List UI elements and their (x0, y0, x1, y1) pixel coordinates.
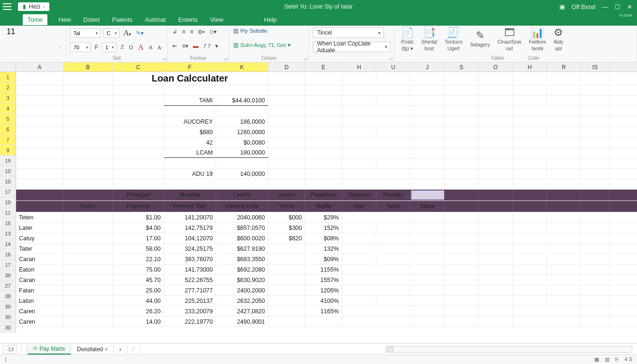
cell[interactable]: $680 (164, 127, 216, 137)
cell[interactable] (342, 148, 376, 158)
col-header-U[interactable]: U (376, 63, 410, 72)
cell[interactable] (547, 223, 581, 233)
col-header-D[interactable]: D (268, 63, 305, 72)
cell[interactable] (513, 127, 547, 137)
cell[interactable] (376, 212, 410, 222)
cell[interactable] (164, 106, 216, 116)
cell[interactable]: 277,71077 (164, 285, 216, 295)
cell[interactable] (376, 169, 410, 179)
cell[interactable] (268, 85, 305, 95)
cell[interactable] (445, 96, 479, 106)
table-header[interactable]: Prortley (376, 190, 410, 200)
table-header[interactable] (581, 201, 610, 212)
ribbon-btn-torducn[interactable]: 🧾TorducnUgert (442, 27, 465, 51)
cell[interactable] (113, 169, 164, 179)
cell[interactable] (64, 233, 113, 243)
cell[interactable] (64, 96, 113, 106)
cell[interactable] (64, 179, 113, 189)
cell[interactable] (445, 169, 479, 179)
cell[interactable] (376, 233, 410, 243)
cell[interactable]: $683.3550 (216, 254, 268, 264)
cell[interactable]: Eaton (16, 264, 64, 274)
table-header[interactable]: Sipt (342, 201, 376, 212)
merge-icon[interactable]: ⧉▾ (197, 27, 206, 36)
row-header[interactable]: 17 (0, 187, 16, 197)
cell[interactable] (64, 296, 113, 306)
f-label[interactable]: F (94, 43, 99, 52)
align-center-icon[interactable]: ≡ (189, 27, 194, 36)
tab-hew[interactable]: Hew (58, 14, 72, 25)
cell[interactable] (305, 169, 342, 179)
cell[interactable] (410, 96, 445, 106)
table-header[interactable] (410, 190, 445, 200)
row-header[interactable]: 39 (0, 312, 16, 322)
tab-autimat[interactable]: Autimat (144, 14, 167, 25)
cell[interactable] (64, 169, 113, 179)
cell[interactable] (513, 264, 547, 274)
cell[interactable] (479, 148, 513, 158)
dialog-launcher-icon[interactable]: ◿ (389, 56, 392, 61)
cell[interactable] (216, 158, 268, 168)
cell[interactable] (268, 117, 305, 127)
cell[interactable] (376, 148, 410, 158)
cell[interactable] (445, 179, 479, 189)
table-header[interactable]: Leams (268, 190, 305, 200)
table-header[interactable]: Terms (268, 201, 305, 212)
cell[interactable]: TAMI (164, 96, 216, 106)
row-header[interactable]: 10 (0, 166, 16, 176)
cell[interactable] (376, 264, 410, 274)
tincel-combo[interactable]: Tincel (313, 27, 384, 38)
cell[interactable] (64, 127, 113, 137)
col-header-B[interactable]: B (64, 63, 113, 72)
cell[interactable] (16, 106, 64, 116)
cell[interactable] (513, 285, 547, 295)
row-header[interactable]: 30 (0, 322, 16, 333)
ribbon-btn-posts[interactable]: 📄Posts(fg) ▾ (398, 27, 417, 51)
cell[interactable] (547, 85, 581, 95)
cell[interactable] (479, 233, 513, 243)
cell[interactable] (64, 212, 113, 222)
cell[interactable] (479, 158, 513, 168)
cell[interactable] (64, 223, 113, 233)
cell[interactable] (445, 317, 479, 327)
table-header[interactable]: Nonis (64, 201, 113, 212)
cell[interactable]: 1165% (305, 306, 342, 316)
cell[interactable] (547, 275, 581, 285)
cell[interactable] (16, 96, 64, 106)
indent-dec-icon[interactable]: ⇤ (172, 42, 178, 50)
cell[interactable] (479, 212, 513, 222)
ribbon-btn-cinactsow[interactable]: 🗔CinactSowout (495, 27, 524, 51)
cell[interactable]: 22.10 (113, 254, 164, 264)
table-header[interactable] (513, 190, 547, 200)
row-header[interactable]: 9 (0, 145, 16, 155)
cell[interactable]: 132% (305, 244, 342, 254)
cell[interactable] (445, 233, 479, 243)
cell[interactable] (513, 96, 547, 106)
col-header-C[interactable]: C (113, 63, 164, 72)
cell[interactable] (376, 317, 410, 327)
cell[interactable] (513, 275, 547, 285)
col-header-J[interactable]: J (410, 63, 445, 72)
cell[interactable] (479, 106, 513, 116)
cell[interactable] (113, 148, 164, 158)
cell[interactable] (64, 317, 113, 327)
z-icon[interactable]: ℤ (119, 43, 125, 51)
cell[interactable] (410, 306, 445, 316)
cell[interactable] (581, 306, 610, 316)
table-header[interactable]: Fepatives (305, 190, 342, 200)
cell[interactable] (581, 117, 610, 127)
cell[interactable]: ADU 19 (164, 169, 216, 179)
cell[interactable] (376, 158, 410, 168)
dd-icon[interactable]: ▾ (214, 42, 219, 50)
cell[interactable] (581, 96, 610, 106)
cell[interactable]: $4.00 (113, 223, 164, 233)
cell[interactable] (16, 72, 64, 85)
cell[interactable]: 1260,0000 (216, 127, 268, 137)
cell[interactable] (581, 275, 610, 285)
cell[interactable] (342, 127, 376, 137)
cell[interactable] (547, 212, 581, 222)
cell[interactable] (64, 264, 113, 274)
table-header[interactable] (445, 190, 479, 200)
cell[interactable] (410, 137, 445, 147)
row-header[interactable]: 39 (0, 301, 16, 312)
